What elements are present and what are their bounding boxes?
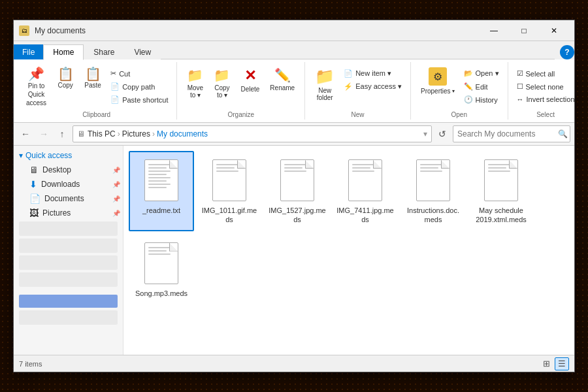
paste-shortcut-button[interactable]: 📄 Paste shortcut xyxy=(107,93,171,106)
move-to-button[interactable]: 📁 Moveto ▾ xyxy=(182,65,208,101)
file-item-may-schedule[interactable]: May schedule 2019.xtml.meds xyxy=(468,151,534,231)
new-item-button[interactable]: 📄 New item ▾ xyxy=(340,67,405,80)
help-button[interactable]: ? xyxy=(560,45,574,59)
clipboard-buttons: 📌 Pin to Quickaccess 📋 Copy 📋 Paste ✂ xyxy=(22,62,171,110)
tab-home[interactable]: Home xyxy=(43,44,84,60)
address-dropdown-button[interactable]: ▾ xyxy=(423,129,427,139)
file-item-img1011[interactable]: IMG_1011.gif.meds xyxy=(197,151,262,231)
icon-view-button[interactable]: ⊞ xyxy=(539,357,553,370)
copy-to-button[interactable]: 📁 Copyto ▾ xyxy=(209,65,235,101)
breadcrumb-this-pc[interactable]: This PC xyxy=(88,129,116,139)
file-name-readme: _readme.txt xyxy=(142,206,180,215)
ribbon-tab-bar: File Home Share View ? xyxy=(14,41,574,59)
rename-icon: ✏️ xyxy=(274,67,291,83)
clipboard-small-buttons: ✂ Cut 📄 Copy path 📄 Paste shortcut xyxy=(107,65,171,106)
file-item-readme[interactable]: _readme.txt xyxy=(129,151,194,231)
pin-icon: 📌 xyxy=(28,67,44,80)
minimize-button[interactable]: — xyxy=(479,20,509,41)
sidebar-blurred-5 xyxy=(19,295,118,308)
select-none-button[interactable]: ☐ Select none xyxy=(514,80,578,93)
tab-file[interactable]: File xyxy=(14,44,43,59)
delete-button[interactable]: ✕ Delete xyxy=(236,65,264,95)
file-page-instructions xyxy=(416,159,450,201)
open-label: Open ▾ xyxy=(476,69,499,78)
sidebar-blurred-2 xyxy=(19,238,118,253)
file-icon-may-schedule xyxy=(482,157,521,203)
easy-access-button[interactable]: ⚡ Easy access ▾ xyxy=(340,80,405,93)
file-icon-img7411 xyxy=(346,157,385,203)
sidebar-blurred-1 xyxy=(19,221,118,236)
copy-path-label: Copy path xyxy=(122,83,155,91)
tab-share[interactable]: Share xyxy=(84,44,124,59)
history-label: History xyxy=(476,96,498,104)
breadcrumb-bar[interactable]: 🖥 This PC › Pictures › My documents ▾ xyxy=(73,125,432,142)
paste-icon: 📋 xyxy=(85,67,101,80)
file-item-song[interactable]: Song.mp3.meds xyxy=(129,234,194,304)
sidebar-label-downloads: Downloads xyxy=(41,180,80,189)
rename-label: Rename xyxy=(270,84,295,91)
pin-label: Pin to Quickaccess xyxy=(26,82,46,107)
sidebar-item-documents[interactable]: 📄 Documents 📌 xyxy=(14,191,123,206)
file-view: _readme.txt IMG_1011.gif.meds xyxy=(123,146,574,355)
history-button[interactable]: 🕐 History xyxy=(461,93,502,106)
delete-label: Delete xyxy=(240,86,259,93)
sidebar-label-documents: Documents xyxy=(44,194,84,203)
properties-label: Properties xyxy=(421,88,451,95)
file-name-img1527: IMG_1527.jpg.meds xyxy=(269,206,326,225)
close-button[interactable]: ✕ xyxy=(539,20,569,41)
copy-path-button[interactable]: 📄 Copy path xyxy=(107,80,171,93)
history-icon: 🕐 xyxy=(464,95,473,104)
edit-icon: ✏️ xyxy=(464,82,473,91)
paste-button[interactable]: 📋 Paste xyxy=(80,65,106,91)
cut-button[interactable]: ✂ Cut xyxy=(107,67,171,80)
ribbon-group-clipboard: 📌 Pin to Quickaccess 📋 Copy 📋 Paste ✂ xyxy=(16,62,177,120)
file-item-img1527[interactable]: IMG_1527.jpg.meds xyxy=(265,151,330,231)
maximize-button[interactable]: □ xyxy=(509,20,539,41)
invert-selection-label: Invert selection xyxy=(527,95,575,103)
item-count: 7 items xyxy=(19,360,42,368)
pin-to-quick-access-button[interactable]: 📌 Pin to Quickaccess xyxy=(22,65,51,110)
back-button[interactable]: ← xyxy=(18,126,33,142)
refresh-button[interactable]: ↺ xyxy=(434,126,450,142)
documents-pin-icon: 📌 xyxy=(112,195,120,203)
file-item-instructions[interactable]: Instructions.doc.meds xyxy=(400,151,466,231)
new-item-icon: 📄 xyxy=(344,69,353,78)
new-small-buttons: 📄 New item ▾ ⚡ Easy access ▾ xyxy=(340,65,405,93)
sidebar-item-pictures[interactable]: 🖼 Pictures 📌 xyxy=(14,206,123,220)
file-page-img7411 xyxy=(348,159,382,201)
new-folder-button[interactable]: 📁 Newfolder xyxy=(310,65,339,104)
new-folder-label: Newfolder xyxy=(317,87,333,101)
copy-icon: 📋 xyxy=(57,67,74,80)
sidebar-item-downloads[interactable]: ⬇ Downloads 📌 xyxy=(14,177,123,191)
title-bar-icons: 🗂 xyxy=(19,25,29,36)
properties-button[interactable]: ⚙ Properties ▾ xyxy=(416,65,459,97)
copy-to-icon: 📁 xyxy=(214,67,230,83)
sidebar-blurred-6 xyxy=(19,310,118,325)
list-view-button[interactable]: ☰ xyxy=(555,357,569,370)
file-item-img7411[interactable]: IMG_7411.jpg.meds xyxy=(333,151,398,231)
invert-selection-button[interactable]: ↔ Invert selection xyxy=(514,93,578,105)
properties-icon: ⚙ xyxy=(429,67,447,86)
copy-button[interactable]: 📋 Copy xyxy=(52,65,78,91)
select-all-button[interactable]: ☑ Select all xyxy=(514,67,578,80)
open-btn[interactable]: 📂 Open ▾ xyxy=(461,67,502,80)
breadcrumb-pictures[interactable]: Pictures xyxy=(122,129,150,139)
file-icon-readme xyxy=(142,157,181,203)
quick-access-header[interactable]: ▾ Quick access xyxy=(14,148,123,163)
tab-view[interactable]: View xyxy=(124,44,161,59)
title-bar: 🗂 My documents — □ ✕ xyxy=(14,20,574,41)
rename-button[interactable]: ✏️ Rename xyxy=(265,65,299,94)
up-button[interactable]: ↑ xyxy=(54,126,70,142)
search-input[interactable] xyxy=(457,129,555,139)
paste-shortcut-label: Paste shortcut xyxy=(122,96,168,104)
sidebar-item-desktop[interactable]: 🖥 Desktop 📌 xyxy=(14,163,123,177)
address-bar-controls: ▾ xyxy=(423,129,427,139)
breadcrumb-my-documents[interactable]: My documents xyxy=(157,129,208,139)
view-toggle: ⊞ ☰ xyxy=(539,357,569,370)
forward-button[interactable]: → xyxy=(36,126,52,142)
edit-button[interactable]: ✏️ Edit xyxy=(461,80,502,93)
pictures-pin-icon: 📌 xyxy=(112,210,120,217)
search-icon[interactable]: 🔍 xyxy=(558,129,568,139)
select-none-label: Select none xyxy=(526,83,564,91)
edit-label: Edit xyxy=(476,83,488,91)
